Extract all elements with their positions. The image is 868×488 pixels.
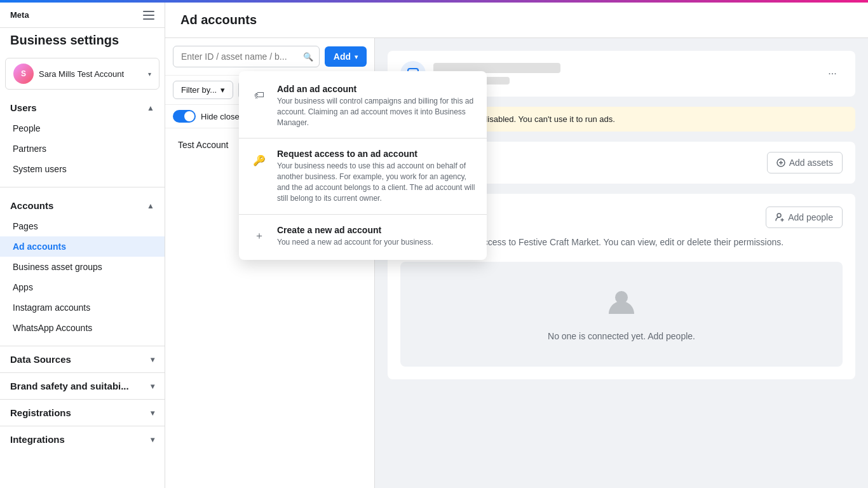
add-ad-account-desc: Your business will control campaigns and… (277, 96, 477, 128)
create-new-title: Create a new ad account (277, 225, 433, 235)
users-section-header[interactable]: Users ▲ (0, 97, 165, 118)
svg-point-2 (777, 214, 781, 217)
divider-4 (0, 399, 165, 400)
sidebar-item-apps[interactable]: Apps (0, 277, 165, 297)
divider-5 (0, 426, 165, 426)
brand-logo: Meta (10, 10, 29, 20)
chevron-down-icon: ▾ (148, 71, 151, 78)
sidebar-item-system-users[interactable]: System users (0, 159, 165, 179)
add-button[interactable]: Add ▾ (325, 46, 367, 67)
filter-button[interactable]: Filter by... ▾ (173, 81, 233, 99)
dropdown-item-create-new[interactable]: ＋ Create a new ad account You need a new… (239, 217, 487, 255)
empty-person-icon (606, 287, 637, 323)
search-wrapper: 🔍 (173, 46, 320, 67)
avatar: S (13, 64, 34, 84)
registrations-chevron-icon: ▾ (151, 409, 154, 417)
dropdown-item-request-text: Request access to an ad account Your bus… (277, 149, 477, 203)
hamburger-icon[interactable] (143, 11, 154, 20)
users-section-label: Users (10, 102, 37, 113)
dropdown-item-request-access[interactable]: 🔑 Request access to an ad account Your b… (239, 141, 487, 211)
filter-chevron-icon: ▾ (220, 85, 225, 95)
brand-safety-label: Brand safety and suitabi... (10, 381, 129, 391)
sidebar-item-pages[interactable]: Pages (0, 216, 165, 236)
add-people-button[interactable]: Add people (766, 207, 843, 228)
search-icon: 🔍 (303, 52, 313, 62)
integrations-label: Integrations (10, 434, 65, 445)
registrations-section-header[interactable]: Registrations ▾ (0, 402, 165, 423)
sidebar-item-ad-accounts[interactable]: Ad accounts (0, 236, 165, 257)
add-ad-account-title: Add an ad account (277, 84, 477, 94)
add-dropdown-menu: 🏷 Add an ad account Your business will c… (239, 71, 487, 260)
users-chevron-icon: ▲ (147, 104, 154, 112)
account-name: Sara Mills Test Account (39, 69, 143, 79)
integrations-chevron-icon: ▾ (151, 435, 154, 444)
page-title: Ad accounts (180, 13, 853, 27)
divider-2 (0, 346, 165, 346)
key-icon: 🔑 (249, 150, 269, 170)
tag-icon: 🏷 (249, 85, 269, 105)
dropdown-item-create-text: Create a new ad account You need a new a… (277, 225, 433, 248)
accounts-section: Accounts ▲ Pages Ad accounts Business as… (0, 190, 165, 343)
brand-safety-chevron-icon: ▾ (151, 382, 154, 391)
registrations-label: Registrations (10, 407, 71, 418)
users-section: Users ▲ People Partners System users (0, 92, 165, 184)
plus-icon: ＋ (249, 226, 269, 247)
left-panel: 🔍 Add ▾ 🏷 Add an ad account Your busines… (165, 38, 375, 488)
empty-people-state: No one is connected yet. Add people. (400, 262, 843, 367)
create-new-desc: You need a new ad account for your busin… (277, 237, 433, 248)
add-assets-label: Add assets (789, 158, 833, 168)
divider-1 (0, 187, 165, 187)
sidebar-item-business-asset-groups[interactable]: Business asset groups (0, 257, 165, 277)
sidebar: Meta Business settings S Sara Mills Test… (0, 3, 165, 488)
accounts-section-label: Accounts (10, 200, 53, 211)
more-options-button[interactable]: ··· (822, 64, 843, 84)
empty-people-text: No one is connected yet. Add people. (548, 331, 695, 341)
sidebar-title: Business settings (0, 28, 165, 55)
sidebar-header: Meta (0, 3, 165, 28)
add-assets-button[interactable]: Add assets (767, 152, 843, 173)
add-button-label: Add (334, 51, 351, 62)
data-sources-label: Data Sources (10, 354, 71, 365)
data-sources-section-header[interactable]: Data Sources ▾ (0, 349, 165, 370)
sidebar-item-partners[interactable]: Partners (0, 139, 165, 159)
filter-label: Filter by... (181, 85, 217, 95)
account-selector[interactable]: S Sara Mills Test Account ▾ (5, 58, 159, 90)
dropdown-divider-2 (239, 214, 487, 215)
account-detail-info (433, 63, 815, 85)
request-access-desc: Your business needs to use this ad accou… (277, 161, 477, 203)
dropdown-item-add-ad-account[interactable]: 🏷 Add an ad account Your business will c… (239, 76, 487, 135)
integrations-section-header[interactable]: Integrations ▾ (0, 429, 165, 450)
request-access-title: Request access to an ad account (277, 149, 477, 159)
brand-safety-section-header[interactable]: Brand safety and suitabi... ▾ (0, 376, 165, 396)
main-header: Ad accounts (165, 3, 868, 38)
hide-closed-toggle[interactable] (173, 110, 196, 123)
dropdown-divider-1 (239, 138, 487, 139)
accounts-section-header[interactable]: Accounts ▲ (0, 195, 165, 216)
sidebar-item-instagram-accounts[interactable]: Instagram accounts (0, 297, 165, 318)
main-content: Ad accounts 🔍 Add ▾ 🏷 (165, 3, 868, 488)
sidebar-item-people[interactable]: People (0, 118, 165, 139)
main-body: 🔍 Add ▾ 🏷 Add an ad account Your busines… (165, 38, 868, 488)
search-input[interactable] (173, 46, 320, 67)
accounts-chevron-icon: ▲ (147, 201, 154, 210)
add-person-icon (775, 213, 784, 222)
add-button-chevron-icon: ▾ (355, 53, 358, 60)
add-people-label: Add people (788, 212, 833, 222)
divider-3 (0, 372, 165, 373)
sidebar-item-whatsapp-accounts[interactable]: WhatsApp Accounts (0, 318, 165, 338)
add-assets-icon (776, 158, 785, 167)
dropdown-item-add-text: Add an ad account Your business will con… (277, 84, 477, 128)
data-sources-chevron-icon: ▾ (151, 355, 154, 364)
toolbar: 🔍 Add ▾ 🏷 Add an ad account Your busines… (165, 38, 374, 76)
